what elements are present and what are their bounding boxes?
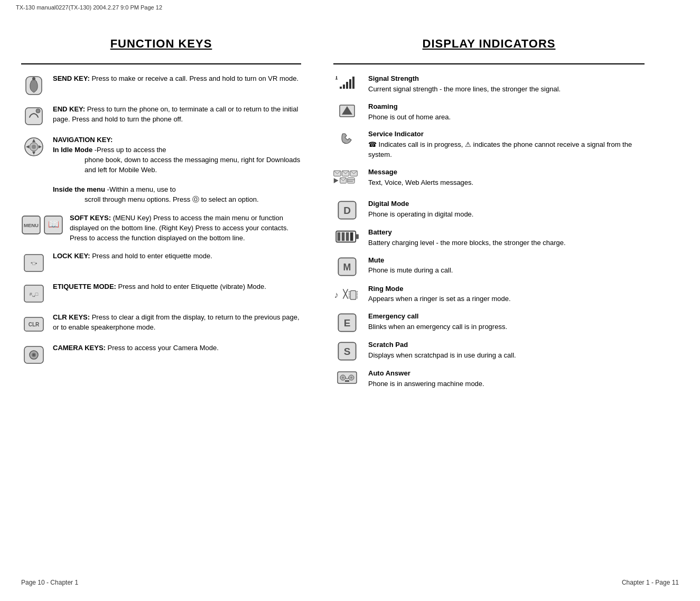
page-footer: Page 10 - Chapter 1 Chapter 1 - Page 11 xyxy=(21,579,679,586)
roaming-icon xyxy=(333,102,361,119)
emergency-call-text: Emergency call Blinks when an emergency … xyxy=(368,312,645,332)
clr-key-item: CLR CLR KEYS: Press to clear a digit fro… xyxy=(21,313,301,335)
digital-mode-icon: D xyxy=(333,199,361,220)
service-indicator-icon xyxy=(333,129,361,146)
end-key-icon xyxy=(21,105,46,127)
mute-desc: Phone is mute during a call. xyxy=(368,266,453,274)
soft-keys-text: SOFT KEYS: (MENU Key) Press to access th… xyxy=(70,213,301,243)
ring-mode-icon: ♪ xyxy=(333,284,361,304)
service-indicator-item: Service Indicator ☎ Indicates call is in… xyxy=(333,129,645,160)
camera-key-text: CAMERA KEYS: Press to access your Camera… xyxy=(53,343,301,353)
soft-keys-icon: MENU 📖 xyxy=(21,213,63,236)
ring-mode-desc: Appears when a ringer is set as a ringer… xyxy=(368,295,511,303)
auto-answer-label: Auto Answer xyxy=(368,369,645,379)
scratch-pad-item: S Scratch Pad Displays when scratchpad i… xyxy=(333,340,645,361)
camera-key-icon xyxy=(21,343,46,365)
auto-answer-desc: Phone is in answering machine mode. xyxy=(368,380,484,388)
battery-desc: Battery charging level - the more blocks… xyxy=(368,239,566,247)
svg-text:D: D xyxy=(343,205,351,216)
mute-text: Mute Phone is mute during a call. xyxy=(368,256,645,276)
digital-mode-label: Digital Mode xyxy=(368,199,645,209)
svg-point-6 xyxy=(32,145,36,149)
end-key-text: END KEY: Press to turn the phone on, to … xyxy=(53,105,301,125)
svg-point-24 xyxy=(33,354,35,356)
nav-key-item: NAVIGATION KEY: In Idle Mode -Press up t… xyxy=(21,135,301,205)
send-key-item: SEND KEY: Press to make or receive a cal… xyxy=(21,74,301,96)
svg-point-74 xyxy=(350,377,352,379)
soft-keys-item: MENU 📖 SOFT KEYS: (MENU Key) Press to ac… xyxy=(21,213,301,243)
svg-point-3 xyxy=(36,109,40,113)
svg-text:*□•: *□• xyxy=(31,261,37,266)
send-key-text: SEND KEY: Press to make or receive a cal… xyxy=(53,74,301,84)
svg-rect-29 xyxy=(346,82,348,89)
roaming-desc: Phone is out of home area. xyxy=(368,113,451,121)
svg-rect-46 xyxy=(338,232,341,241)
function-keys-title: FUNCTION KEYS xyxy=(110,37,212,51)
ring-mode-label: Ring Mode xyxy=(368,284,645,294)
svg-text:CLR: CLR xyxy=(29,322,40,327)
display-indicators-title: DISPLAY INDICATORS xyxy=(423,37,556,51)
svg-rect-27 xyxy=(340,87,342,89)
end-key-item: END KEY: Press to turn the phone on, to … xyxy=(21,105,301,127)
roaming-text: Roaming Phone is out of home area. xyxy=(368,102,645,123)
emergency-call-label: Emergency call xyxy=(368,312,645,322)
nav-key-icon xyxy=(21,135,46,157)
message-label: Message xyxy=(368,167,645,177)
digital-mode-desc: Phone is operating in digital mode. xyxy=(368,210,473,218)
svg-rect-48 xyxy=(346,232,349,241)
battery-text: Battery Battery charging level - the mor… xyxy=(368,228,645,248)
ring-mode-item: ♪ Ri xyxy=(333,284,645,305)
svg-text:♪: ♪ xyxy=(334,290,339,300)
signal-strength-label: Signal Strength xyxy=(368,74,645,84)
svg-rect-49 xyxy=(350,232,353,241)
svg-rect-28 xyxy=(343,84,345,89)
scratch-pad-desc: Displays when scratchpad is in use durin… xyxy=(368,351,516,359)
ring-mode-text: Ring Mode Appears when a ringer is set a… xyxy=(368,284,645,305)
emergency-call-desc: Blinks when an emergency call is in prog… xyxy=(368,323,507,331)
nav-menu-indented: scroll through menu options. Press Ⓞ to … xyxy=(85,195,301,205)
svg-rect-31 xyxy=(352,77,354,89)
signal-strength-text: Signal Strength Current signal strength … xyxy=(368,74,645,95)
mute-label: Mute xyxy=(368,256,645,266)
service-indicator-label: Service Indicator xyxy=(368,129,645,139)
clr-key-icon: CLR xyxy=(21,313,46,335)
svg-text:S: S xyxy=(344,346,351,357)
footer-right: Chapter 1 - Page 11 xyxy=(622,579,679,586)
mute-icon: M xyxy=(333,256,361,277)
battery-label: Battery xyxy=(368,228,645,238)
scratch-pad-label: Scratch Pad xyxy=(368,340,645,350)
service-indicator-text: Service Indicator ☎ Indicates call is in… xyxy=(368,129,645,160)
message-icon xyxy=(333,167,361,192)
scratch-pad-icon: S xyxy=(333,340,361,361)
nav-key-text: NAVIGATION KEY: In Idle Mode -Press up t… xyxy=(53,135,301,205)
emergency-call-item: E Emergency call Blinks when an emergenc… xyxy=(333,312,645,333)
page-header: TX-130 manual0227(TX-130) 2004.2.27 9:0 … xyxy=(16,4,162,11)
mute-item: M Mute Phone is mute during a call. xyxy=(333,256,645,277)
camera-key-item: CAMERA KEYS: Press to access your Camera… xyxy=(21,343,301,365)
signal-strength-desc: Current signal strength - the more lines… xyxy=(368,85,561,93)
auto-answer-icon xyxy=(333,369,361,386)
svg-rect-75 xyxy=(345,380,349,382)
nav-idle-indented: phone book, down to access the messaging… xyxy=(85,155,301,175)
digital-mode-item: D Digital Mode Phone is operating in dig… xyxy=(333,199,645,220)
etiquette-key-icon: #␣□ xyxy=(21,282,46,304)
display-indicators-section: DISPLAY INDICATORS Signal Strengt xyxy=(317,37,645,397)
lock-key-icon: *□• xyxy=(21,251,46,274)
message-desc: Text, Voice, Web Alerts messages. xyxy=(368,179,473,186)
svg-text:M: M xyxy=(343,262,351,273)
svg-rect-55 xyxy=(350,290,356,299)
right-divider xyxy=(333,63,645,64)
digital-mode-text: Digital Mode Phone is operating in digit… xyxy=(368,199,645,220)
svg-rect-39 xyxy=(348,177,354,183)
auto-answer-item: Auto Answer Phone is in answering machin… xyxy=(333,369,645,389)
roaming-item: Roaming Phone is out of home area. xyxy=(333,102,645,123)
svg-text:E: E xyxy=(344,317,351,328)
svg-rect-47 xyxy=(342,232,345,241)
emergency-call-icon: E xyxy=(333,312,361,333)
clr-key-text: CLR KEYS: Press to clear a digit from th… xyxy=(53,313,301,333)
message-text: Message Text, Voice, Web Alerts messages… xyxy=(368,167,645,188)
scratch-pad-text: Scratch Pad Displays when scratchpad is … xyxy=(368,340,645,361)
lock-key-text: LOCK KEY: Press and hold to enter etique… xyxy=(53,251,301,261)
function-keys-section: FUNCTION KEYS SEND KEY: Press to make or… xyxy=(21,37,317,397)
svg-text:MENU: MENU xyxy=(24,222,39,228)
